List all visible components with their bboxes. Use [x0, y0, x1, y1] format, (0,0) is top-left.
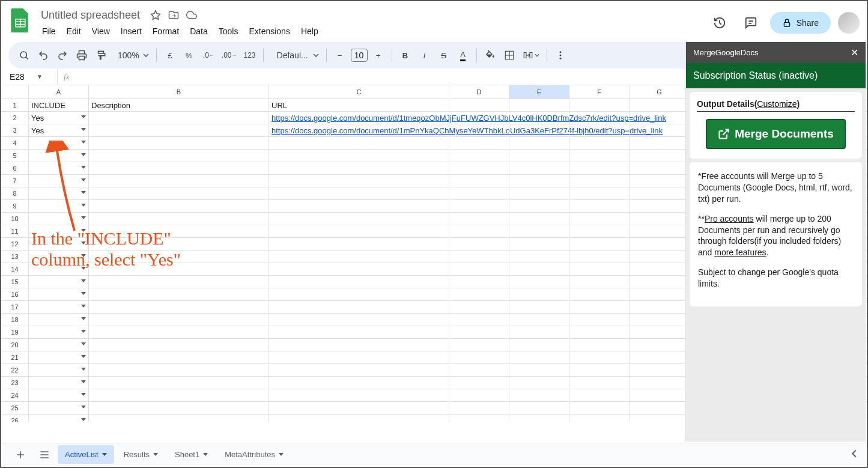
col-header-B[interactable]: B — [89, 85, 269, 99]
cell-G9[interactable] — [630, 200, 690, 212]
cell-D15[interactable] — [449, 276, 509, 288]
row-header[interactable]: 26 — [1, 415, 29, 422]
cell-E7[interactable] — [509, 175, 569, 187]
cell-G17[interactable] — [630, 301, 690, 313]
cell-C13[interactable] — [269, 251, 449, 263]
cell-F11[interactable] — [569, 225, 630, 237]
cell-G4[interactable] — [630, 137, 690, 149]
cell-A8[interactable] — [29, 187, 89, 199]
row-header[interactable]: 13 — [1, 251, 29, 263]
cell-C15[interactable] — [269, 276, 449, 288]
cell-A17[interactable] — [29, 301, 89, 313]
cell-C11[interactable] — [269, 225, 449, 237]
sheet-tab-metaattributes[interactable]: MetaAttributes — [217, 445, 291, 464]
cell-D14[interactable] — [449, 263, 509, 275]
cell-B22[interactable] — [89, 364, 269, 376]
print-icon[interactable] — [73, 46, 90, 64]
menu-file[interactable]: File — [37, 24, 61, 38]
cell-A12[interactable] — [29, 238, 89, 250]
row-header[interactable]: 25 — [1, 402, 29, 414]
dropdown-arrow-icon[interactable] — [81, 204, 86, 207]
menu-format[interactable]: Format — [148, 24, 184, 38]
row-header[interactable]: 15 — [1, 276, 29, 288]
cell-F22[interactable] — [569, 364, 630, 376]
cell-E22[interactable] — [509, 364, 569, 376]
row-header[interactable]: 18 — [1, 314, 29, 326]
menu-data[interactable]: Data — [185, 24, 213, 38]
cell-G3[interactable] — [630, 124, 690, 136]
cell-C26[interactable] — [269, 415, 449, 422]
cell-A20[interactable] — [29, 339, 89, 351]
cell-G26[interactable] — [630, 415, 690, 422]
cell-D6[interactable] — [449, 162, 509, 174]
cell-D12[interactable] — [449, 238, 509, 250]
cell-E5[interactable] — [509, 150, 569, 162]
font-size-input[interactable]: 10 — [351, 49, 368, 62]
cell-C6[interactable] — [269, 162, 449, 174]
cell-E11[interactable] — [509, 225, 569, 237]
increase-decimal-button[interactable]: .00→ — [219, 46, 239, 64]
cell-E13[interactable] — [509, 251, 569, 263]
cell-G7[interactable] — [630, 175, 690, 187]
cell-D9[interactable] — [449, 200, 509, 212]
dropdown-arrow-icon[interactable] — [81, 128, 86, 131]
dropdown-arrow-icon[interactable] — [81, 368, 86, 371]
cell-B26[interactable] — [89, 415, 269, 422]
cell-B8[interactable] — [89, 187, 269, 199]
more-toolbar-icon[interactable] — [552, 46, 569, 64]
borders-button[interactable] — [501, 46, 518, 64]
cell-D22[interactable] — [449, 364, 509, 376]
row-header[interactable]: 3 — [1, 124, 29, 136]
cell-A25[interactable] — [29, 402, 89, 414]
cell-D7[interactable] — [449, 175, 509, 187]
cell-C25[interactable] — [269, 402, 449, 414]
cell-E20[interactable] — [509, 339, 569, 351]
col-header-C[interactable]: C — [269, 85, 449, 99]
bold-button[interactable]: B — [397, 46, 414, 64]
name-box-dropdown-icon[interactable]: ▼ — [37, 73, 43, 80]
cell-B6[interactable] — [89, 162, 269, 174]
cell-C16[interactable] — [269, 288, 449, 300]
cell-F19[interactable] — [569, 326, 630, 338]
cell-C17[interactable] — [269, 301, 449, 313]
cell-A15[interactable] — [29, 276, 89, 288]
row-header[interactable]: 23 — [1, 377, 29, 389]
menu-edit[interactable]: Edit — [62, 24, 86, 38]
text-color-button[interactable]: A — [455, 46, 472, 64]
cell-B11[interactable] — [89, 225, 269, 237]
expand-sidepanel-icon[interactable] — [850, 449, 858, 460]
sheet-tab-results[interactable]: Results — [117, 445, 165, 464]
decrease-decimal-button[interactable]: .0← — [200, 46, 217, 64]
cell-G15[interactable] — [630, 276, 690, 288]
cell-D8[interactable] — [449, 187, 509, 199]
cell-C20[interactable] — [269, 339, 449, 351]
more-formats-button[interactable]: 123 — [241, 46, 258, 64]
dropdown-arrow-icon[interactable] — [81, 153, 86, 156]
cell-C14[interactable] — [269, 263, 449, 275]
cell-D1[interactable] — [449, 99, 509, 111]
dropdown-arrow-icon[interactable] — [81, 279, 86, 282]
dropdown-arrow-icon[interactable] — [81, 342, 86, 345]
share-button[interactable]: Share — [770, 12, 831, 34]
cell-D24[interactable] — [449, 389, 509, 401]
increase-font-button[interactable]: + — [370, 46, 387, 64]
menu-tools[interactable]: Tools — [214, 24, 243, 38]
cell-E23[interactable] — [509, 377, 569, 389]
cell-G2[interactable] — [630, 112, 690, 124]
cell-F26[interactable] — [569, 415, 630, 422]
zoom-dropdown[interactable]: 100% — [112, 46, 151, 64]
cell-A11[interactable] — [29, 225, 89, 237]
cell-F6[interactable] — [569, 162, 630, 174]
cell-G22[interactable] — [630, 364, 690, 376]
dropdown-arrow-icon[interactable] — [81, 216, 86, 219]
cell-F16[interactable] — [569, 288, 630, 300]
cell-A6[interactable] — [29, 162, 89, 174]
dropdown-arrow-icon[interactable] — [81, 418, 86, 421]
dropdown-arrow-icon[interactable] — [81, 254, 86, 257]
move-icon[interactable] — [168, 9, 180, 21]
cell-B12[interactable] — [89, 238, 269, 250]
dropdown-arrow-icon[interactable] — [81, 393, 86, 396]
cell-B1[interactable]: Description — [89, 99, 269, 111]
cell-E1[interactable] — [509, 99, 569, 111]
font-family-dropdown[interactable]: Defaul... — [269, 46, 321, 64]
